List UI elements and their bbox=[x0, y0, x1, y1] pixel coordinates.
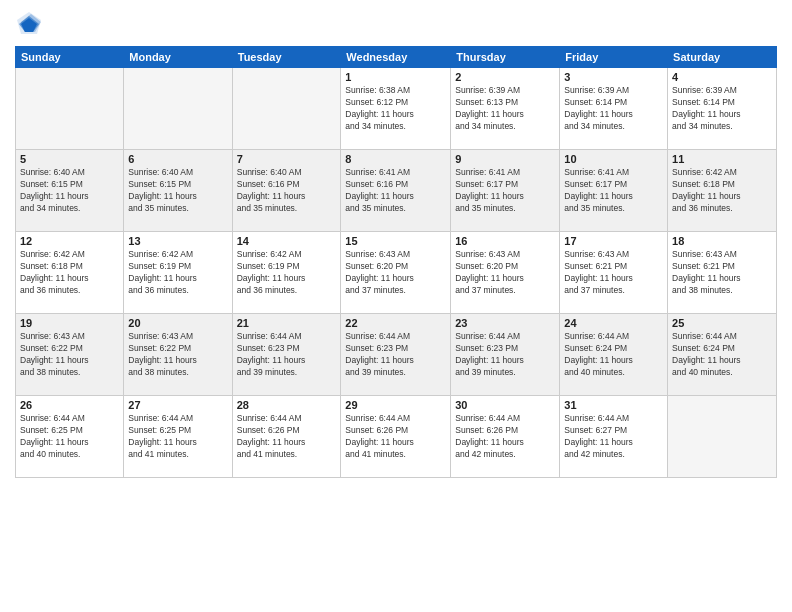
calendar-cell: 3Sunrise: 6:39 AM Sunset: 6:14 PM Daylig… bbox=[560, 68, 668, 150]
day-number: 30 bbox=[455, 399, 555, 411]
calendar-cell: 27Sunrise: 6:44 AM Sunset: 6:25 PM Dayli… bbox=[124, 396, 232, 478]
day-info: Sunrise: 6:44 AM Sunset: 6:23 PM Dayligh… bbox=[345, 331, 446, 379]
calendar-cell: 26Sunrise: 6:44 AM Sunset: 6:25 PM Dayli… bbox=[16, 396, 124, 478]
calendar-cell bbox=[16, 68, 124, 150]
calendar-cell: 9Sunrise: 6:41 AM Sunset: 6:17 PM Daylig… bbox=[451, 150, 560, 232]
header bbox=[15, 10, 777, 38]
day-info: Sunrise: 6:42 AM Sunset: 6:18 PM Dayligh… bbox=[20, 249, 119, 297]
day-number: 18 bbox=[672, 235, 772, 247]
calendar-cell: 18Sunrise: 6:43 AM Sunset: 6:21 PM Dayli… bbox=[668, 232, 777, 314]
day-info: Sunrise: 6:43 AM Sunset: 6:20 PM Dayligh… bbox=[455, 249, 555, 297]
calendar-cell bbox=[124, 68, 232, 150]
day-number: 21 bbox=[237, 317, 337, 329]
day-number: 20 bbox=[128, 317, 227, 329]
calendar-week-row: 26Sunrise: 6:44 AM Sunset: 6:25 PM Dayli… bbox=[16, 396, 777, 478]
day-number: 22 bbox=[345, 317, 446, 329]
calendar-week-row: 1Sunrise: 6:38 AM Sunset: 6:12 PM Daylig… bbox=[16, 68, 777, 150]
day-info: Sunrise: 6:43 AM Sunset: 6:20 PM Dayligh… bbox=[345, 249, 446, 297]
day-info: Sunrise: 6:43 AM Sunset: 6:21 PM Dayligh… bbox=[672, 249, 772, 297]
calendar-cell: 16Sunrise: 6:43 AM Sunset: 6:20 PM Dayli… bbox=[451, 232, 560, 314]
day-info: Sunrise: 6:43 AM Sunset: 6:22 PM Dayligh… bbox=[20, 331, 119, 379]
calendar-cell: 2Sunrise: 6:39 AM Sunset: 6:13 PM Daylig… bbox=[451, 68, 560, 150]
calendar-cell: 17Sunrise: 6:43 AM Sunset: 6:21 PM Dayli… bbox=[560, 232, 668, 314]
calendar-cell: 30Sunrise: 6:44 AM Sunset: 6:26 PM Dayli… bbox=[451, 396, 560, 478]
day-number: 17 bbox=[564, 235, 663, 247]
day-info: Sunrise: 6:43 AM Sunset: 6:21 PM Dayligh… bbox=[564, 249, 663, 297]
day-info: Sunrise: 6:40 AM Sunset: 6:15 PM Dayligh… bbox=[20, 167, 119, 215]
calendar-cell: 6Sunrise: 6:40 AM Sunset: 6:15 PM Daylig… bbox=[124, 150, 232, 232]
day-number: 29 bbox=[345, 399, 446, 411]
calendar-cell: 22Sunrise: 6:44 AM Sunset: 6:23 PM Dayli… bbox=[341, 314, 451, 396]
calendar-cell: 4Sunrise: 6:39 AM Sunset: 6:14 PM Daylig… bbox=[668, 68, 777, 150]
day-info: Sunrise: 6:44 AM Sunset: 6:26 PM Dayligh… bbox=[237, 413, 337, 461]
day-info: Sunrise: 6:44 AM Sunset: 6:23 PM Dayligh… bbox=[455, 331, 555, 379]
day-number: 31 bbox=[564, 399, 663, 411]
calendar-cell: 10Sunrise: 6:41 AM Sunset: 6:17 PM Dayli… bbox=[560, 150, 668, 232]
calendar-cell: 1Sunrise: 6:38 AM Sunset: 6:12 PM Daylig… bbox=[341, 68, 451, 150]
calendar-cell: 29Sunrise: 6:44 AM Sunset: 6:26 PM Dayli… bbox=[341, 396, 451, 478]
day-number: 15 bbox=[345, 235, 446, 247]
calendar-cell: 5Sunrise: 6:40 AM Sunset: 6:15 PM Daylig… bbox=[16, 150, 124, 232]
day-number: 25 bbox=[672, 317, 772, 329]
day-number: 28 bbox=[237, 399, 337, 411]
day-number: 6 bbox=[128, 153, 227, 165]
day-number: 11 bbox=[672, 153, 772, 165]
calendar-header-monday: Monday bbox=[124, 47, 232, 68]
day-info: Sunrise: 6:39 AM Sunset: 6:13 PM Dayligh… bbox=[455, 85, 555, 133]
day-info: Sunrise: 6:43 AM Sunset: 6:22 PM Dayligh… bbox=[128, 331, 227, 379]
calendar-cell: 12Sunrise: 6:42 AM Sunset: 6:18 PM Dayli… bbox=[16, 232, 124, 314]
day-number: 24 bbox=[564, 317, 663, 329]
calendar-header-friday: Friday bbox=[560, 47, 668, 68]
day-number: 14 bbox=[237, 235, 337, 247]
day-info: Sunrise: 6:39 AM Sunset: 6:14 PM Dayligh… bbox=[564, 85, 663, 133]
day-info: Sunrise: 6:40 AM Sunset: 6:15 PM Dayligh… bbox=[128, 167, 227, 215]
day-info: Sunrise: 6:44 AM Sunset: 6:27 PM Dayligh… bbox=[564, 413, 663, 461]
calendar-cell: 25Sunrise: 6:44 AM Sunset: 6:24 PM Dayli… bbox=[668, 314, 777, 396]
day-info: Sunrise: 6:44 AM Sunset: 6:25 PM Dayligh… bbox=[20, 413, 119, 461]
calendar-cell: 14Sunrise: 6:42 AM Sunset: 6:19 PM Dayli… bbox=[232, 232, 341, 314]
calendar-header-row: SundayMondayTuesdayWednesdayThursdayFrid… bbox=[16, 47, 777, 68]
day-info: Sunrise: 6:44 AM Sunset: 6:24 PM Dayligh… bbox=[672, 331, 772, 379]
calendar-header-thursday: Thursday bbox=[451, 47, 560, 68]
logo-icon bbox=[15, 10, 43, 38]
day-number: 5 bbox=[20, 153, 119, 165]
day-number: 19 bbox=[20, 317, 119, 329]
day-info: Sunrise: 6:39 AM Sunset: 6:14 PM Dayligh… bbox=[672, 85, 772, 133]
day-info: Sunrise: 6:42 AM Sunset: 6:19 PM Dayligh… bbox=[237, 249, 337, 297]
day-info: Sunrise: 6:41 AM Sunset: 6:17 PM Dayligh… bbox=[564, 167, 663, 215]
calendar-cell bbox=[232, 68, 341, 150]
calendar-week-row: 19Sunrise: 6:43 AM Sunset: 6:22 PM Dayli… bbox=[16, 314, 777, 396]
logo bbox=[15, 10, 47, 38]
calendar-cell: 7Sunrise: 6:40 AM Sunset: 6:16 PM Daylig… bbox=[232, 150, 341, 232]
day-number: 16 bbox=[455, 235, 555, 247]
calendar-cell: 24Sunrise: 6:44 AM Sunset: 6:24 PM Dayli… bbox=[560, 314, 668, 396]
day-info: Sunrise: 6:44 AM Sunset: 6:25 PM Dayligh… bbox=[128, 413, 227, 461]
day-number: 8 bbox=[345, 153, 446, 165]
calendar-week-row: 5Sunrise: 6:40 AM Sunset: 6:15 PM Daylig… bbox=[16, 150, 777, 232]
day-number: 12 bbox=[20, 235, 119, 247]
calendar: SundayMondayTuesdayWednesdayThursdayFrid… bbox=[15, 46, 777, 478]
day-number: 1 bbox=[345, 71, 446, 83]
calendar-cell: 28Sunrise: 6:44 AM Sunset: 6:26 PM Dayli… bbox=[232, 396, 341, 478]
calendar-header-wednesday: Wednesday bbox=[341, 47, 451, 68]
calendar-cell: 21Sunrise: 6:44 AM Sunset: 6:23 PM Dayli… bbox=[232, 314, 341, 396]
day-number: 27 bbox=[128, 399, 227, 411]
day-info: Sunrise: 6:41 AM Sunset: 6:16 PM Dayligh… bbox=[345, 167, 446, 215]
calendar-cell: 8Sunrise: 6:41 AM Sunset: 6:16 PM Daylig… bbox=[341, 150, 451, 232]
day-info: Sunrise: 6:44 AM Sunset: 6:26 PM Dayligh… bbox=[345, 413, 446, 461]
day-number: 23 bbox=[455, 317, 555, 329]
day-number: 26 bbox=[20, 399, 119, 411]
calendar-cell: 20Sunrise: 6:43 AM Sunset: 6:22 PM Dayli… bbox=[124, 314, 232, 396]
day-number: 2 bbox=[455, 71, 555, 83]
day-info: Sunrise: 6:38 AM Sunset: 6:12 PM Dayligh… bbox=[345, 85, 446, 133]
calendar-cell: 15Sunrise: 6:43 AM Sunset: 6:20 PM Dayli… bbox=[341, 232, 451, 314]
day-number: 3 bbox=[564, 71, 663, 83]
day-info: Sunrise: 6:42 AM Sunset: 6:18 PM Dayligh… bbox=[672, 167, 772, 215]
calendar-cell: 13Sunrise: 6:42 AM Sunset: 6:19 PM Dayli… bbox=[124, 232, 232, 314]
calendar-header-sunday: Sunday bbox=[16, 47, 124, 68]
day-info: Sunrise: 6:44 AM Sunset: 6:24 PM Dayligh… bbox=[564, 331, 663, 379]
calendar-header-saturday: Saturday bbox=[668, 47, 777, 68]
day-number: 4 bbox=[672, 71, 772, 83]
day-info: Sunrise: 6:44 AM Sunset: 6:23 PM Dayligh… bbox=[237, 331, 337, 379]
calendar-cell: 19Sunrise: 6:43 AM Sunset: 6:22 PM Dayli… bbox=[16, 314, 124, 396]
